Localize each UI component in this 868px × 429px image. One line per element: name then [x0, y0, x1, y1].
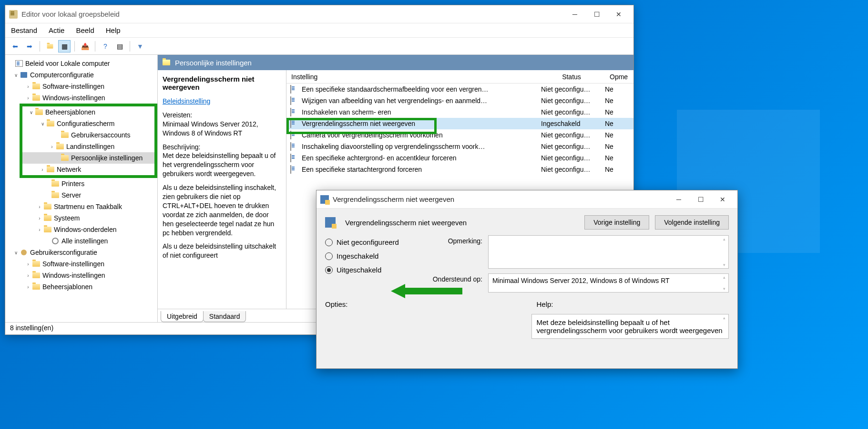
tree-user-admin[interactable]: ›Beheersjablonen: [5, 281, 157, 293]
toolbar: ⬅ ➡ ▦ 📤 ? ▤ ▼: [5, 38, 633, 55]
setting-row[interactable]: Inschakeling diavoorstelling op vergrend…: [286, 141, 633, 152]
tree-personalization[interactable]: Persoonlijke instellingen: [22, 152, 154, 164]
tree-user-config[interactable]: ∨Gebruikersconfiguratie: [5, 247, 157, 258]
tab-extended[interactable]: Uitgebreid: [161, 311, 204, 322]
menu-help[interactable]: Help: [106, 26, 121, 34]
up-button[interactable]: [44, 40, 56, 52]
separator: [95, 41, 95, 52]
tree-admin-templates[interactable]: ∨Beheersjablonen: [22, 106, 154, 118]
setting-name: Inschakeling diavoorstelling op vergrend…: [302, 143, 538, 150]
previous-setting-button[interactable]: Vorige instelling: [584, 215, 649, 230]
tree-user-accounts[interactable]: Gebruikersaccounts: [22, 129, 154, 141]
separator: [40, 41, 40, 52]
tree-user-windows[interactable]: ›Windows-instellingen: [5, 270, 157, 281]
menu-action[interactable]: Actie: [49, 26, 64, 34]
minimize-button[interactable]: ─: [564, 7, 586, 21]
setting-dialog: Vergrendelingsscherm niet weergeven ─ ☐ …: [316, 190, 738, 369]
setting-row[interactable]: Camera voor vergrendelingsscherm voorkom…: [286, 129, 633, 141]
setting-icon: [325, 217, 336, 228]
description-text-1: Met deze beleidsinstelling bepaalt u of …: [163, 152, 276, 178]
menu-file[interactable]: Bestand: [11, 26, 37, 34]
setting-row[interactable]: Een specifieke startachtergrond forceren…: [286, 164, 633, 175]
comment-textarea[interactable]: ▴▾: [488, 235, 729, 269]
setting-row[interactable]: Een specifieke achtergrond- en accentkle…: [286, 152, 633, 164]
help-textbox[interactable]: Met deze beleidsinstelling bepaalt u of …: [531, 314, 729, 339]
folder-icon: [163, 60, 170, 65]
col-comment[interactable]: Opme: [605, 73, 633, 81]
separator: [130, 41, 130, 52]
setting-icon: [290, 108, 299, 116]
setting-name: Een specifieke achtergrond- en accentkle…: [302, 154, 538, 162]
edit-setting-link[interactable]: Beleidsinstelling: [163, 97, 210, 105]
dialog-maximize-button[interactable]: ☐: [690, 192, 712, 207]
tree-startmenu[interactable]: ›Startmenu en Taakbalk: [5, 201, 157, 212]
comment-label: Opmerking:: [425, 235, 482, 269]
tree-windows-components[interactable]: ›Windows-onderdelen: [5, 224, 157, 235]
nav-tree[interactable]: Beleid voor Lokale computer ∨Computercon…: [5, 55, 158, 322]
tree-system[interactable]: ›Systeem: [5, 212, 157, 224]
tree-server[interactable]: Server: [5, 189, 157, 201]
description-panel: Vergrendelingsscherm niet weergeven Bele…: [158, 70, 286, 309]
close-button[interactable]: ✕: [608, 7, 630, 21]
tree-all-settings[interactable]: Alle instellingen: [5, 235, 157, 247]
description-label: Beschrijving:: [163, 143, 200, 151]
dialog-icon: [320, 195, 329, 204]
tree-regional[interactable]: ›Landinstellingen: [22, 141, 154, 152]
maximize-button[interactable]: ☐: [586, 7, 608, 21]
highlight-box-tree: ∨Beheersjablonen ∨Configuratiescherm Geb…: [20, 104, 157, 178]
tree-user-software[interactable]: ›Software-instellingen: [5, 258, 157, 270]
dialog-minimize-button[interactable]: ─: [668, 192, 690, 207]
properties-button[interactable]: ▤: [113, 40, 126, 52]
options-label: Opties:: [325, 300, 518, 308]
tree-windows[interactable]: ›Windows-instellingen: [5, 92, 157, 104]
radio-icon: [325, 239, 333, 246]
tab-standard[interactable]: Standaard: [203, 311, 246, 322]
menu-view[interactable]: Beeld: [76, 26, 94, 34]
annotation-arrow: [391, 282, 462, 301]
dialog-titlebar[interactable]: Vergrendelingsscherm niet weergeven ─ ☐ …: [317, 190, 737, 209]
radio-icon: [325, 252, 333, 260]
setting-icon: [290, 131, 299, 139]
setting-status: Niet geconfigu…: [538, 108, 605, 116]
setting-row[interactable]: Vergrendelingsscherm niet weergevenInges…: [286, 118, 633, 129]
dialog-title: Vergrendelingsscherm niet weergeven: [333, 195, 668, 203]
help-button[interactable]: ?: [99, 40, 112, 52]
radio-not-configured[interactable]: Niet geconfigureerd: [325, 238, 416, 246]
tree-printers[interactable]: Printers: [5, 178, 157, 189]
setting-comment: Ne: [605, 131, 633, 139]
filter-button[interactable]: ▼: [134, 40, 146, 52]
help-label: Help:: [537, 300, 729, 308]
col-status[interactable]: Status: [538, 73, 605, 81]
setting-comment: Ne: [605, 85, 633, 93]
titlebar[interactable]: Editor voor lokaal groepsbeleid ─ ☐ ✕: [5, 5, 633, 23]
setting-comment: Ne: [605, 143, 633, 150]
next-setting-button[interactable]: Volgende instelling: [655, 215, 729, 230]
back-button[interactable]: ⬅: [9, 40, 21, 52]
setting-status: Niet geconfigu…: [538, 143, 605, 150]
tree-computer-config[interactable]: ∨Computerconfiguratie: [5, 69, 157, 81]
supported-textarea[interactable]: Minimaal Windows Server 2012, Windows 8 …: [488, 273, 729, 293]
setting-status: Niet geconfigu…: [538, 166, 605, 173]
tree-control-panel[interactable]: ∨Configuratiescherm: [22, 118, 154, 129]
export-button[interactable]: 📤: [79, 40, 91, 52]
setting-row[interactable]: Wijzigen van afbeelding van het vergrend…: [286, 95, 633, 106]
show-tree-button[interactable]: ▦: [58, 40, 71, 52]
setting-name: Wijzigen van afbeelding van het vergrend…: [302, 97, 538, 105]
col-setting[interactable]: Instelling: [286, 73, 538, 81]
column-headers[interactable]: Instelling Status Opme: [286, 70, 633, 84]
setting-comment: Ne: [605, 97, 633, 105]
radio-disabled[interactable]: Uitgeschakeld: [325, 266, 416, 274]
setting-row[interactable]: Inschakelen van scherm- erenNiet geconfi…: [286, 106, 633, 118]
radio-enabled[interactable]: Ingeschakeld: [325, 252, 416, 260]
tree-software[interactable]: ›Software-instellingen: [5, 81, 157, 92]
dialog-close-button[interactable]: ✕: [712, 192, 734, 207]
description-text-3: Als u deze beleidsinstelling uitschakelt…: [163, 242, 281, 260]
forward-button[interactable]: ➡: [23, 40, 36, 52]
tree-root[interactable]: Beleid voor Lokale computer: [5, 58, 157, 69]
setting-comment: Ne: [605, 108, 633, 116]
setting-icon: [290, 120, 299, 127]
tree-network[interactable]: ›Netwerk: [22, 164, 154, 175]
setting-row[interactable]: Een specifieke standaardschermafbeelding…: [286, 84, 633, 95]
menubar: Bestand Actie Beeld Help: [5, 23, 633, 38]
setting-name: Camera voor vergrendelingsscherm voorkom…: [302, 131, 538, 139]
